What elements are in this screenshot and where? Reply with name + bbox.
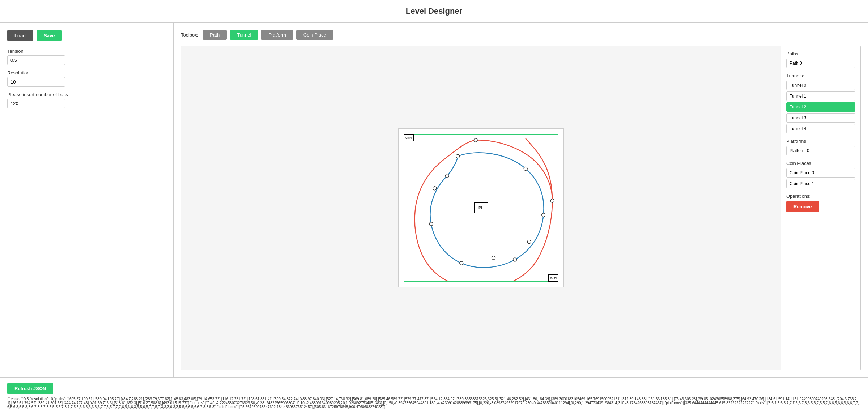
svg-point-8: [433, 187, 437, 190]
tunnels-title: Tunnels:: [786, 73, 855, 78]
svg-point-0: [456, 154, 460, 158]
balls-label: Please insert number of balls: [7, 92, 166, 97]
toolbox-bar: Toolbox: Path Tunnel Platform Coin Place: [181, 30, 861, 40]
json-area: Refresh JSON {"tension":0.5,"resolution"…: [0, 377, 868, 414]
load-button[interactable]: Load: [7, 30, 33, 41]
svg-point-5: [513, 258, 517, 261]
coin-place-item-1[interactable]: Coin Place 1: [786, 179, 855, 188]
tension-group: Tension: [7, 48, 166, 65]
balls-group: Please insert number of balls: [7, 92, 166, 108]
refresh-json-button[interactable]: Refresh JSON: [7, 383, 53, 394]
svg-point-9: [445, 174, 449, 178]
page-title: Level Designer: [0, 0, 868, 23]
paths-title: Paths:: [786, 51, 855, 56]
svg-point-3: [550, 199, 554, 202]
svg-point-7: [429, 222, 433, 226]
level-svg: [404, 135, 558, 281]
svg-point-10: [492, 256, 495, 260]
platforms-title: Platforms:: [786, 138, 855, 144]
tension-label: Tension: [7, 48, 166, 54]
resolution-label: Resolution: [7, 70, 166, 76]
tunnel-item-1[interactable]: Tunnel 1: [786, 91, 855, 101]
svg-point-1: [474, 138, 477, 142]
svg-point-11: [527, 240, 531, 244]
top-buttons: Load Save: [7, 30, 166, 41]
tunnel-item-2[interactable]: Tunnel 2: [786, 102, 855, 112]
tunnel-item-4[interactable]: Tunnel 4: [786, 124, 855, 133]
paths-section: Paths: Path 0: [786, 51, 855, 68]
platform-item-0[interactable]: Platform 0: [786, 146, 855, 155]
coin-places-section: Coin Places: Coin Place 0 Coin Place 1: [786, 161, 855, 188]
svg-point-4: [542, 213, 545, 217]
svg-point-2: [524, 167, 527, 171]
remove-button[interactable]: Remove: [786, 201, 819, 212]
resolution-input[interactable]: [7, 77, 65, 87]
toolbox-label: Toolbox:: [181, 32, 198, 38]
tool-path[interactable]: Path: [203, 30, 227, 40]
tunnel-item-3[interactable]: Tunnel 3: [786, 113, 855, 123]
tool-coin-place[interactable]: Coin Place: [296, 30, 333, 40]
tunnels-section: Tunnels: Tunnel 0 Tunnel 1 Tunnel 2 Tunn…: [786, 73, 855, 133]
coin-place-item-0[interactable]: Coin Place 0: [786, 168, 855, 178]
canvas-container[interactable]: ColPl ColPl PL: [398, 128, 564, 287]
tool-platform[interactable]: Platform: [261, 30, 293, 40]
tool-tunnel[interactable]: Tunnel: [230, 30, 258, 40]
props-panel: Paths: Path 0 Tunnels: Tunnel 0 Tunnel 1…: [781, 46, 860, 370]
save-button[interactable]: Save: [37, 30, 62, 41]
json-text: {"tension":0.5,"resolution":10,"paths":[…: [7, 397, 861, 409]
balls-input[interactable]: [7, 99, 65, 108]
coin-places-title: Coin Places:: [786, 161, 855, 166]
tension-input[interactable]: [7, 55, 65, 65]
canvas-and-props: ColPl ColPl PL: [181, 46, 861, 370]
resolution-group: Resolution: [7, 70, 166, 87]
operations-title: Operations:: [786, 193, 855, 199]
tunnel-item-0[interactable]: Tunnel 0: [786, 81, 855, 90]
inner-canvas: ColPl ColPl PL: [404, 134, 558, 282]
path-item-0[interactable]: Path 0: [786, 59, 855, 68]
operations-section: Operations: Remove: [786, 193, 855, 212]
platforms-section: Platforms: Platform 0: [786, 138, 855, 155]
left-panel: Load Save Tension Resolution Please inse…: [0, 23, 174, 377]
right-panel: Toolbox: Path Tunnel Platform Coin Place…: [174, 23, 868, 377]
svg-point-6: [460, 261, 463, 265]
canvas-area: ColPl ColPl PL: [181, 46, 781, 370]
